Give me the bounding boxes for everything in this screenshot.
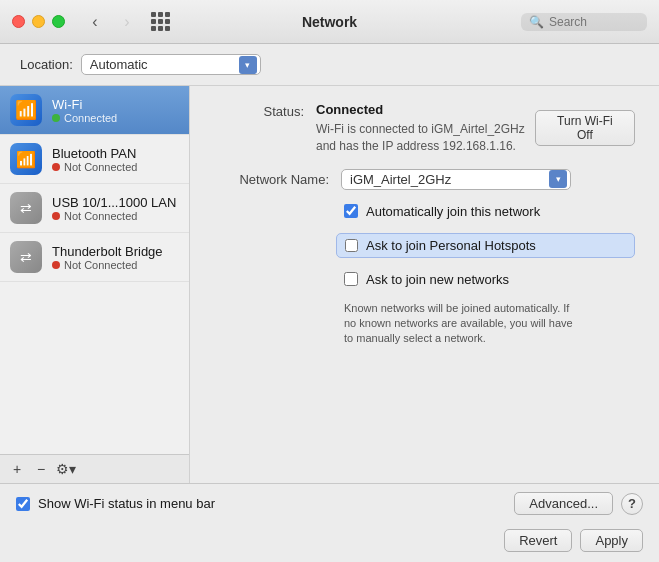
titlebar: ‹ › Network 🔍 — [0, 0, 659, 44]
auto-join-label: Automatically join this network — [366, 204, 540, 219]
status-row: Status: Connected Wi-Fi is connected to … — [214, 102, 635, 155]
network-name-row: Network Name: iGM_Airtel_2GHz ▾ — [214, 169, 635, 190]
bluetooth-status: Not Connected — [52, 161, 137, 173]
apply-bar: Revert Apply — [0, 523, 659, 562]
bluetooth-status-label: Not Connected — [64, 161, 137, 173]
grid-icon — [151, 12, 170, 31]
thunderbolt-status: Not Connected — [52, 259, 163, 271]
location-label: Location: — [20, 57, 73, 72]
usb-name: USB 10/1...1000 LAN — [52, 195, 176, 210]
ask-hotspot-checkbox[interactable] — [345, 239, 358, 252]
minimize-button[interactable] — [32, 15, 45, 28]
bluetooth-status-dot — [52, 163, 60, 171]
network-name-label: Network Name: — [214, 172, 329, 187]
ask-new-label: Ask to join new networks — [366, 272, 509, 287]
show-wifi-row: Show Wi-Fi status in menu bar — [16, 496, 215, 511]
right-panel: Status: Connected Wi-Fi is connected to … — [190, 86, 659, 483]
thunderbolt-info: Thunderbolt Bridge Not Connected — [52, 244, 163, 271]
network-name-wrapper: iGM_Airtel_2GHz ▾ — [341, 169, 571, 190]
status-description: Wi-Fi is connected to iGM_Airtel_2GHz an… — [316, 121, 535, 155]
bottom-bar: Show Wi-Fi status in menu bar Advanced..… — [0, 483, 659, 523]
advanced-button[interactable]: Advanced... — [514, 492, 613, 515]
thunderbolt-status-dot — [52, 261, 60, 269]
close-button[interactable] — [12, 15, 25, 28]
search-bar[interactable]: 🔍 — [521, 13, 647, 31]
ask-new-checkbox[interactable] — [344, 272, 358, 286]
wifi-symbol: 📶 — [15, 99, 37, 121]
location-select-wrapper: Automatic ▾ — [81, 54, 261, 75]
bluetooth-info: Bluetooth PAN Not Connected — [52, 146, 137, 173]
thunderbolt-status-label: Not Connected — [64, 259, 137, 271]
turn-wifi-off-button[interactable]: Turn Wi-Fi Off — [535, 110, 635, 146]
ask-hotspot-row: Ask to join Personal Hotspots — [336, 233, 635, 258]
status-field-label: Status: — [214, 102, 304, 119]
bluetooth-icon: 📶 — [10, 143, 42, 175]
bluetooth-name: Bluetooth PAN — [52, 146, 137, 161]
status-value: Connected — [316, 102, 535, 117]
sidebar-item-thunderbolt[interactable]: ⇄ Thunderbolt Bridge Not Connected — [0, 233, 189, 282]
auto-join-checkbox[interactable] — [344, 204, 358, 218]
add-network-button[interactable]: + — [6, 459, 28, 479]
bottom-right-buttons: Advanced... ? — [514, 492, 643, 515]
back-button[interactable]: ‹ — [81, 11, 109, 33]
wifi-icon: 📶 — [10, 94, 42, 126]
usb-symbol: ⇄ — [20, 200, 32, 216]
show-wifi-checkbox[interactable] — [16, 497, 30, 511]
usb-status-label: Not Connected — [64, 210, 137, 222]
forward-button[interactable]: › — [113, 11, 141, 33]
auto-join-row: Automatically join this network — [214, 204, 635, 219]
usb-info: USB 10/1...1000 LAN Not Connected — [52, 195, 176, 222]
usb-status-dot — [52, 212, 60, 220]
thunderbolt-icon: ⇄ — [10, 241, 42, 273]
traffic-lights — [12, 15, 65, 28]
bluetooth-symbol: 📶 — [16, 150, 36, 169]
body-area: 📶 Wi-Fi Connected 📶 Bluetooth PAN — [0, 86, 659, 483]
sidebar-item-wifi[interactable]: 📶 Wi-Fi Connected — [0, 86, 189, 135]
gear-menu[interactable]: ⚙▾ — [54, 461, 78, 477]
wifi-status: Connected — [52, 112, 117, 124]
ask-hotspot-label: Ask to join Personal Hotspots — [366, 238, 536, 253]
thunderbolt-symbol: ⇄ — [20, 249, 32, 265]
grid-button[interactable] — [149, 11, 171, 33]
network-name-select[interactable]: iGM_Airtel_2GHz — [341, 169, 571, 190]
main-content: Location: Automatic ▾ 📶 Wi-Fi Connected — [0, 44, 659, 562]
help-button[interactable]: ? — [621, 493, 643, 515]
wifi-status-dot — [52, 114, 60, 122]
sidebar-item-bluetooth[interactable]: 📶 Bluetooth PAN Not Connected — [0, 135, 189, 184]
nav-buttons: ‹ › — [81, 11, 141, 33]
revert-button[interactable]: Revert — [504, 529, 572, 552]
sidebar-actions: + − ⚙▾ — [0, 454, 189, 483]
maximize-button[interactable] — [52, 15, 65, 28]
location-bar: Location: Automatic ▾ — [0, 44, 659, 86]
known-networks-description: Known networks will be joined automatica… — [344, 301, 584, 347]
apply-button[interactable]: Apply — [580, 529, 643, 552]
sidebar-item-usb[interactable]: ⇄ USB 10/1...1000 LAN Not Connected — [0, 184, 189, 233]
wifi-name: Wi-Fi — [52, 97, 117, 112]
page-title: Network — [302, 14, 357, 30]
show-wifi-label: Show Wi-Fi status in menu bar — [38, 496, 215, 511]
usb-icon: ⇄ — [10, 192, 42, 224]
status-top-row: Connected Wi-Fi is connected to iGM_Airt… — [316, 102, 635, 155]
ask-new-row: Ask to join new networks — [214, 272, 635, 287]
sidebar: 📶 Wi-Fi Connected 📶 Bluetooth PAN — [0, 86, 190, 483]
usb-status: Not Connected — [52, 210, 176, 222]
wifi-status-label: Connected — [64, 112, 117, 124]
search-icon: 🔍 — [529, 15, 544, 29]
search-input[interactable] — [549, 15, 639, 29]
location-select[interactable]: Automatic — [81, 54, 261, 75]
wifi-info: Wi-Fi Connected — [52, 97, 117, 124]
status-content: Connected Wi-Fi is connected to iGM_Airt… — [316, 102, 535, 155]
thunderbolt-name: Thunderbolt Bridge — [52, 244, 163, 259]
remove-network-button[interactable]: − — [30, 459, 52, 479]
